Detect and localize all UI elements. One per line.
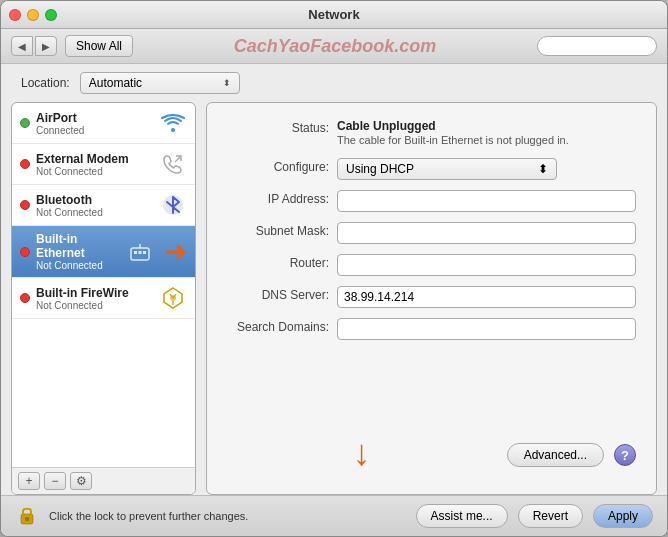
traffic-lights [9, 9, 57, 21]
dns-label: DNS Server: [227, 286, 337, 302]
svg-rect-5 [139, 251, 142, 254]
content-area: Location: Automatic ⬍ AirPort Connected [1, 64, 667, 495]
status-row: Status: Cable Unplugged The cable for Bu… [227, 119, 636, 148]
sidebar-item-external-modem[interactable]: External Modem Not Connected [12, 144, 195, 185]
toolbar: ◀ ▶ Show All CachYaoFacebook.com [1, 29, 667, 64]
detail-panel: Status: Cable Unplugged The cable for Bu… [206, 102, 657, 495]
airport-status: Connected [36, 125, 153, 136]
dns-input[interactable] [337, 286, 636, 308]
maximize-button[interactable] [45, 9, 57, 21]
ethernet-icon [126, 238, 154, 266]
show-all-button[interactable]: Show All [65, 35, 133, 57]
location-arrow: ⬍ [223, 78, 231, 88]
subnet-input[interactable] [337, 222, 636, 244]
lock-description: Click the lock to prevent further change… [49, 510, 406, 522]
status-label: Status: [227, 119, 337, 135]
search-box[interactable] [537, 36, 657, 56]
firewire-name: Built-in FireWire [36, 286, 153, 300]
ethernet-name: Built-in Ethernet [36, 232, 120, 260]
ethernet-status-dot [20, 247, 30, 257]
sidebar-item-airport[interactable]: AirPort Connected [12, 103, 195, 144]
modem-status: Not Connected [36, 166, 153, 177]
search-domains-input[interactable] [337, 318, 636, 340]
phone-icon [159, 150, 187, 178]
location-label: Location: [21, 76, 70, 90]
svg-rect-6 [143, 251, 146, 254]
search-domains-label: Search Domains: [227, 318, 337, 334]
bluetooth-status-dot [20, 200, 30, 210]
close-button[interactable] [9, 9, 21, 21]
detail-footer: ↓ Advanced... ? [227, 432, 636, 478]
sidebar-item-builtin-firewire[interactable]: Built-in FireWire Not Connected [12, 278, 195, 319]
firewire-status: Not Connected [36, 300, 153, 311]
bluetooth-status: Not Connected [36, 207, 153, 218]
title-bar: Network [1, 1, 667, 29]
svg-rect-14 [25, 517, 29, 521]
status-desc: The cable for Built-in Ethernet is not p… [337, 133, 569, 148]
window-title: Network [308, 7, 359, 22]
configure-label: Configure: [227, 158, 337, 174]
down-arrow-icon: ↓ [353, 432, 371, 474]
search-domains-row: Search Domains: [227, 318, 636, 340]
advanced-button[interactable]: Advanced... [507, 443, 604, 467]
nav-buttons: ◀ ▶ [11, 36, 57, 56]
configure-arrow: ⬍ [538, 162, 548, 176]
modem-name: External Modem [36, 152, 153, 166]
firewire-icon [159, 284, 187, 312]
gear-button[interactable]: ⚙ [70, 472, 92, 490]
bluetooth-icon [159, 191, 187, 219]
svg-line-1 [175, 156, 181, 162]
location-select[interactable]: Automatic ⬍ [80, 72, 240, 94]
ethernet-status: Not Connected [36, 260, 120, 271]
sidebar-item-bluetooth[interactable]: Bluetooth Not Connected [12, 185, 195, 226]
configure-row: Configure: Using DHCP ⬍ [227, 158, 636, 180]
airport-status-dot [20, 118, 30, 128]
lock-icon[interactable] [15, 504, 39, 528]
main-panel: AirPort Connected [1, 102, 667, 495]
svg-rect-4 [134, 251, 137, 254]
sidebar-footer: + − ⚙ [12, 467, 195, 494]
configure-value: Using DHCP [346, 162, 414, 176]
assist-me-button[interactable]: Assist me... [416, 504, 508, 528]
router-label: Router: [227, 254, 337, 270]
ip-label: IP Address: [227, 190, 337, 206]
location-value: Automatic [89, 76, 142, 90]
wifi-icon [159, 109, 187, 137]
remove-button[interactable]: − [44, 472, 66, 490]
sidebar-item-builtin-ethernet[interactable]: Built-in Ethernet Not Connected [12, 226, 195, 278]
ethernet-arrow: ➜ [164, 235, 187, 268]
subnet-label: Subnet Mask: [227, 222, 337, 238]
ip-row: IP Address: [227, 190, 636, 212]
ip-input[interactable] [337, 190, 636, 212]
configure-select[interactable]: Using DHCP ⬍ [337, 158, 557, 180]
search-input[interactable] [546, 40, 648, 52]
help-button[interactable]: ? [614, 444, 636, 466]
minimize-button[interactable] [27, 9, 39, 21]
location-bar: Location: Automatic ⬍ [1, 64, 667, 102]
firewire-status-dot [20, 293, 30, 303]
bluetooth-name: Bluetooth [36, 193, 153, 207]
revert-button[interactable]: Revert [518, 504, 583, 528]
watermark: CachYaoFacebook.com [141, 36, 529, 57]
status-value: Cable Unplugged [337, 119, 569, 133]
router-input[interactable] [337, 254, 636, 276]
airport-name: AirPort [36, 111, 153, 125]
back-button[interactable]: ◀ [11, 36, 33, 56]
add-button[interactable]: + [18, 472, 40, 490]
sidebar: AirPort Connected [11, 102, 196, 495]
apply-button[interactable]: Apply [593, 504, 653, 528]
router-row: Router: [227, 254, 636, 276]
forward-button[interactable]: ▶ [35, 36, 57, 56]
svg-point-0 [171, 128, 175, 132]
network-window: Network ◀ ▶ Show All CachYaoFacebook.com… [0, 0, 668, 537]
subnet-row: Subnet Mask: [227, 222, 636, 244]
modem-status-dot [20, 159, 30, 169]
bottom-bar: Click the lock to prevent further change… [1, 495, 667, 536]
dns-row: DNS Server: [227, 286, 636, 308]
sidebar-list: AirPort Connected [12, 103, 195, 467]
